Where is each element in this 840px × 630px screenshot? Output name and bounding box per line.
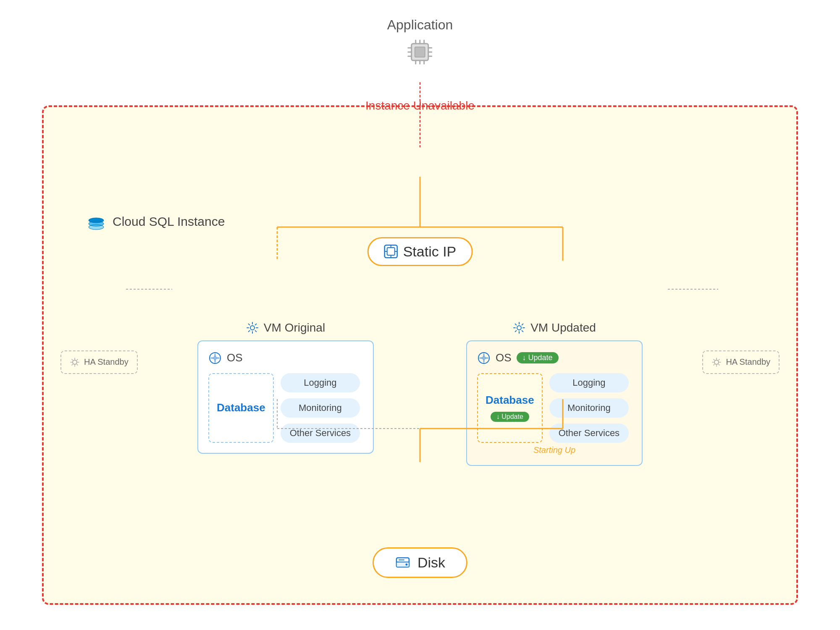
svg-point-46 xyxy=(73,360,77,364)
ha-standby-right: HA Standby xyxy=(702,350,780,374)
disk-pill: Disk xyxy=(373,547,467,578)
vm-updated-db-box: Database ↓ Update xyxy=(477,373,543,443)
vm-original-os-row: OS xyxy=(208,351,363,365)
vm-updated-gear-icon xyxy=(513,322,525,334)
application-node: Application xyxy=(387,17,453,67)
vm-updated-db-badge-text: ↓ Update xyxy=(496,413,523,421)
vm-original-inner: Database Logging Monitoring Other Servic… xyxy=(208,373,363,443)
vm-original-box: OS Database Logging Monitoring Other Ser… xyxy=(197,340,374,454)
ha-standby-right-icon xyxy=(711,357,722,367)
vm-original-gear-icon xyxy=(246,322,259,334)
ha-standby-left: HA Standby xyxy=(60,350,138,374)
vm-original-services: Logging Monitoring Other Services xyxy=(281,373,360,443)
vms-area: VM Original OS xyxy=(44,321,796,466)
static-ip-pill: Static IP xyxy=(368,237,473,266)
instance-box: Cloud SQL Instance Static IP xyxy=(42,105,798,605)
vm-updated-db-badge: ↓ Update xyxy=(491,412,529,422)
static-ip-text: Static IP xyxy=(403,243,457,260)
vm-updated-logging: Logging xyxy=(549,373,629,392)
svg-rect-15 xyxy=(415,47,425,57)
vm-updated-os-text: OS xyxy=(496,351,512,364)
vm-updated-inner: Database ↓ Update Logging Monitoring Oth… xyxy=(477,373,632,443)
vm-updated-os-icon xyxy=(477,351,491,365)
cloud-sql-icon xyxy=(86,211,107,232)
svg-point-52 xyxy=(405,564,407,566)
vm-original-os-text: OS xyxy=(227,351,243,364)
starting-up-label: Starting Up xyxy=(477,445,632,455)
vm-updated-column: VM Updated OS ↓ xyxy=(466,321,643,466)
cloud-sql-text: Cloud SQL Instance xyxy=(113,214,225,229)
vm-updated-other-services: Other Services xyxy=(549,423,629,443)
cloud-sql-instance-label: Cloud SQL Instance xyxy=(86,211,225,232)
vm-original-column: VM Original OS xyxy=(197,321,374,466)
disk-text: Disk xyxy=(417,554,445,571)
vm-original-logging: Logging xyxy=(281,373,360,392)
ha-standby-right-text: HA Standby xyxy=(726,357,770,367)
svg-rect-35 xyxy=(387,248,395,255)
ha-standby-left-icon xyxy=(70,357,80,367)
svg-point-43 xyxy=(517,326,521,330)
vm-original-db-box: Database xyxy=(208,373,274,443)
svg-point-47 xyxy=(714,360,719,364)
vm-updated-services: Logging Monitoring Other Services xyxy=(549,373,629,443)
vm-original-monitoring: Monitoring xyxy=(281,398,360,418)
vm-original-os-icon xyxy=(208,351,222,365)
svg-point-40 xyxy=(250,326,255,330)
vm-updated-db-text: Database xyxy=(486,394,534,407)
instance-unavailable-label: Instance Unavailable xyxy=(365,99,475,112)
vm-original-other-services: Other Services xyxy=(281,423,360,443)
vm-original-db-text: Database xyxy=(217,401,265,414)
vm-updated-monitoring: Monitoring xyxy=(549,398,629,418)
vm-updated-os-badge: ↓ Update xyxy=(517,352,559,363)
vm-original-label: VM Original xyxy=(246,321,325,335)
diagram-container: Application Instance Unavailable xyxy=(21,17,819,613)
vm-updated-text: VM Updated xyxy=(530,321,596,335)
static-ip-icon xyxy=(384,244,398,259)
vm-updated-os-badge-text: ↓ Update xyxy=(522,353,553,362)
vm-updated-label: VM Updated xyxy=(513,321,596,335)
vm-updated-os-row: OS ↓ Update xyxy=(477,351,632,365)
application-label: Application xyxy=(387,17,453,33)
vm-original-text: VM Original xyxy=(264,321,325,335)
ha-standby-left-text: HA Standby xyxy=(84,357,129,367)
chip-icon xyxy=(405,37,435,67)
vm-updated-box: OS ↓ Update Database ↓ Update xyxy=(466,340,643,466)
disk-icon xyxy=(395,554,411,570)
